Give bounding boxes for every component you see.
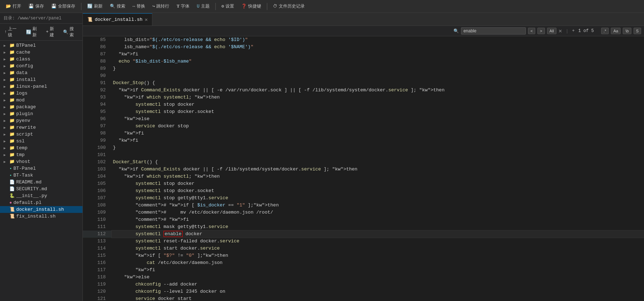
sidebar-item-class[interactable]: ▶ 📁 class <box>0 56 82 63</box>
sidebar-item-install[interactable]: ▶ 📁 install <box>0 76 82 83</box>
save-button[interactable]: 💾 保存 <box>26 2 47 10</box>
chevron-right-icon: ▶ <box>4 153 8 157</box>
line-number: 101 <box>83 151 112 159</box>
line-content: service docker stop <box>112 123 644 130</box>
sidebar-item-tmp[interactable]: ▶ 📁 tmp <box>0 151 82 158</box>
sidebar-item-temp[interactable]: ▶ 📁 temp <box>0 145 82 151</box>
table-row: 98 "kw">fi <box>83 130 644 137</box>
line-content: echo "$lsb_dist-$lsb_name" <box>112 58 644 65</box>
sidebar-item-default-pl[interactable]: ● default.pl <box>0 199 82 206</box>
new-file-button[interactable]: + 新建 <box>44 25 60 39</box>
sidebar-item-init-py[interactable]: 🐍 __init__.py <box>0 192 82 199</box>
tab-docker-install[interactable]: 📜 docker_install.sh ✕ <box>83 13 152 26</box>
folder-icon: 📁 <box>9 91 15 96</box>
sidebar-item-docker-install-sh[interactable]: 📜 docker_install.sh <box>0 206 82 213</box>
find-next-button[interactable]: > <box>537 28 545 34</box>
sidebar-item-BT-Task[interactable]: ▪ BT-Task <box>0 172 82 179</box>
line-number: 113 <box>83 238 112 245</box>
history-button[interactable]: ⏱ 文件历史记录 <box>270 2 308 10</box>
table-row: 113 systemctl reset-failed docker.servic… <box>83 238 644 245</box>
chevron-right-icon: ▶ <box>4 71 8 75</box>
goto-button[interactable]: ↪ 跳转行 <box>149 2 172 10</box>
table-row: 109 "comment"># mv /etc/docker/daemon.js… <box>83 209 644 216</box>
table-row: 96 "kw">else <box>83 115 644 123</box>
table-row: 110 "comment"># "kw">fi <box>83 216 644 223</box>
search-icon: 🔍 <box>110 4 115 9</box>
sidebar-item-package[interactable]: ▶ 📁 package <box>0 104 82 110</box>
line-content: systemctl stop docker <box>112 180 644 187</box>
sep2 <box>215 3 216 10</box>
line-number: 118 <box>83 274 112 281</box>
open-icon: 📂 <box>6 4 11 9</box>
chevron-right-icon: ▶ <box>4 57 8 61</box>
line-number: 87 <box>83 51 112 58</box>
save-all-button[interactable]: 💾 全部保存 <box>48 2 78 10</box>
sidebar-item-linux-panel[interactable]: ▶ 📁 linux-panel <box>0 83 82 90</box>
chevron-right-icon: ▶ <box>4 119 8 123</box>
line-content: systemctl stop docker.socket <box>112 187 644 195</box>
find-word-button[interactable]: \b <box>623 28 631 34</box>
search-button[interactable]: 🔍 搜索 <box>107 2 128 10</box>
file-icon: ▪ <box>9 166 12 171</box>
table-row: 102Docker_Start() { <box>83 159 644 166</box>
sidebar-item-config[interactable]: ▶ 📁 config <box>0 63 82 69</box>
settings-button[interactable]: ⚙ 设置 <box>219 2 237 10</box>
theme-icon: U <box>197 4 199 9</box>
find-prev-button[interactable]: < <box>528 28 535 34</box>
line-content <box>112 151 644 159</box>
line-number: 98 <box>83 130 112 137</box>
table-row: 91Docker_Stop() { <box>83 79 644 87</box>
tab-close-button[interactable]: ✕ <box>145 17 148 23</box>
sep3 <box>267 3 267 10</box>
line-number: 100 <box>83 144 112 151</box>
find-bar: 🔍 < > All ✕ | + 1 of 5 .* Aa \b S <box>83 26 644 36</box>
tab-bar: 📜 docker_install.sh ✕ <box>83 13 644 26</box>
chevron-right-icon: ▶ <box>4 112 8 116</box>
table-row: 88 echo "$lsb_dist-$lsb_name" <box>83 58 644 65</box>
sidebar-item-BTPanel[interactable]: ▶ 📁 BTPanel <box>0 42 82 49</box>
sidebar-item-cache[interactable]: ▶ 📁 cache <box>0 49 82 56</box>
find-case-button[interactable]: Aa <box>611 28 621 34</box>
tab-file-icon: 📜 <box>87 17 93 22</box>
line-number: 93 <box>83 94 112 101</box>
sidebar-item-BT-Panel[interactable]: ▪ BT-Panel <box>0 165 82 172</box>
sidebar-item-fix-install-sh[interactable]: 📜 fix_install.sh <box>0 213 82 220</box>
sidebar-item-rewrite[interactable]: ▶ 📁 rewrite <box>0 124 82 131</box>
replace-button[interactable]: ↔ 替换 <box>130 2 148 10</box>
chevron-right-icon: ▶ <box>4 139 8 143</box>
sidebar-refresh-button[interactable]: 🔄 刷新 <box>24 25 43 39</box>
sidebar-item-logs[interactable]: ▶ 📁 logs <box>0 90 82 97</box>
sidebar-item-data[interactable]: ▶ 📁 data <box>0 69 82 76</box>
sidebar-search-button[interactable]: 🔍 搜索 <box>61 25 80 39</box>
sidebar-actions: ↑ 上一级 🔄 刷新 + 新建 🔍 搜索 <box>0 24 82 41</box>
find-all-button[interactable]: All <box>547 28 556 34</box>
line-number: 91 <box>83 79 112 87</box>
sidebar-item-pyenv[interactable]: ▶ 📁 pyenv <box>0 117 82 124</box>
find-close-button[interactable]: ✕ <box>559 27 562 35</box>
line-number: 90 <box>83 72 112 79</box>
theme-button[interactable]: U 主题 <box>194 2 212 10</box>
up-button[interactable]: ↑ 上一级 <box>2 25 23 39</box>
sidebar-item-script[interactable]: ▶ 📁 script <box>0 131 82 138</box>
code-editor[interactable]: 85 lsb_dist="$(./etc/os-release && echo … <box>83 36 644 301</box>
line-content: Docker_Stop() { <box>112 79 644 87</box>
sidebar-item-mod[interactable]: ▶ 📁 mod <box>0 97 82 104</box>
sidebar-item-plugin[interactable]: ▶ 📁 plugin <box>0 110 82 117</box>
table-row: 92 "kw">if Command_Exists docker || [ -e… <box>83 87 644 94</box>
refresh-button[interactable]: 🔄 刷新 <box>84 2 106 10</box>
open-button[interactable]: 📂 打开 <box>3 2 24 10</box>
find-input[interactable] <box>461 27 526 35</box>
sidebar-item-vhost[interactable]: ▶ 📁 vhost <box>0 158 82 165</box>
sidebar-item-README[interactable]: 📄 README.md <box>0 179 82 186</box>
sidebar-item-SECURITY[interactable]: 📄 SECURITY.md <box>0 186 82 192</box>
find-s-button[interactable]: S <box>634 28 641 34</box>
line-number: 116 <box>83 259 112 266</box>
find-regex-button[interactable]: .* <box>601 28 609 34</box>
line-number: 104 <box>83 173 112 180</box>
table-row: 121 service docker start <box>83 295 644 301</box>
sidebar-item-ssl[interactable]: ▶ 📁 ssl <box>0 138 82 145</box>
chevron-right-icon: ▶ <box>4 132 8 137</box>
font-button[interactable]: T 字体 <box>174 2 192 10</box>
shortcuts-button[interactable]: ❓ 快捷键 <box>238 2 264 10</box>
folder-icon: 📁 <box>9 63 15 69</box>
